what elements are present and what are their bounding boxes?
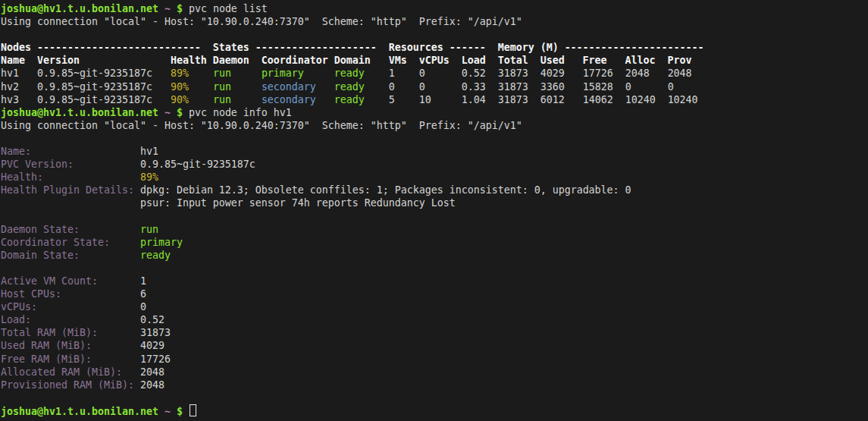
terminal-line xyxy=(1,28,868,41)
text-run xyxy=(80,250,140,261)
text-run: 0.9.85~git-9235187c xyxy=(140,159,255,170)
terminal-screen[interactable]: joshua@hv1.t.u.bonilan.net ~ $ pvc node … xyxy=(0,0,868,421)
text-run: secondary xyxy=(262,81,316,93)
terminal-line: hv3 0.9.85~git-9235187c 90% run secondar… xyxy=(1,93,868,106)
text-run: run xyxy=(213,94,231,105)
text-run: 0.9.85~git-9235187c xyxy=(37,81,171,93)
text-run: hv1 xyxy=(140,146,158,157)
text-run xyxy=(74,159,140,170)
text-run: secondary xyxy=(262,94,316,105)
text-run: Free RAM (MiB): xyxy=(1,353,92,365)
text-run: ~ xyxy=(165,107,171,118)
text-run: $ xyxy=(177,406,183,417)
terminal-cursor[interactable] xyxy=(190,404,196,416)
text-run: Nodes --------------------------- States… xyxy=(1,42,704,53)
terminal-line: Domain State: ready xyxy=(1,249,868,262)
text-run: Allocated RAM (MiB): xyxy=(1,366,122,378)
text-run: ready xyxy=(334,94,365,105)
terminal-line: Daemon State: run xyxy=(1,223,868,236)
text-run: joshua@hv1.t.u.bonilan.net xyxy=(1,107,158,118)
text-run xyxy=(365,94,389,105)
text-run: ready xyxy=(334,81,365,93)
text-run: 90% xyxy=(171,94,189,105)
text-run: run xyxy=(140,224,158,235)
text-run: PVC Version: xyxy=(1,159,74,170)
text-run: 2048 xyxy=(140,379,165,391)
text-run xyxy=(171,107,177,118)
terminal-line: Health Plugin Details: dpkg: Debian 12.3… xyxy=(1,184,868,196)
text-run: Host CPUs: xyxy=(1,288,61,300)
terminal-line: Using connection "local" - Host: "10.90.… xyxy=(1,119,868,132)
text-run: Provisioned RAM (MiB): xyxy=(1,379,134,391)
terminal-line: joshua@hv1.t.u.bonilan.net ~ $ pvc node … xyxy=(1,106,868,119)
text-run xyxy=(171,406,177,417)
text-run xyxy=(92,353,140,365)
text-run xyxy=(98,327,140,338)
text-run: 90% xyxy=(171,81,189,93)
text-run: hv2 xyxy=(1,81,37,93)
terminal-line: vCPUs: 0 xyxy=(1,300,868,313)
terminal-line xyxy=(1,132,868,145)
text-run xyxy=(316,94,334,105)
text-run: Daemon State: xyxy=(1,224,80,235)
text-run: pvc node info hv1 xyxy=(183,107,292,118)
terminal-line: Name Version Health Daemon Coordinator D… xyxy=(1,54,868,67)
text-run: Total RAM (MiB): xyxy=(1,327,98,338)
text-run: 1 0 0.52 31873 4029 17726 2048 2048 xyxy=(389,68,692,79)
text-run: Health Plugin Details: xyxy=(1,184,134,196)
text-run: ready xyxy=(140,250,171,261)
text-run xyxy=(31,314,140,325)
terminal-line xyxy=(1,391,868,404)
text-run xyxy=(189,68,213,79)
text-run: joshua@hv1.t.u.bonilan.net xyxy=(1,406,158,417)
terminal-line: Health: 89% xyxy=(1,171,868,184)
text-run: 89% xyxy=(171,68,189,79)
text-run: Name Version Health Daemon Coordinator D… xyxy=(1,55,692,66)
text-run xyxy=(231,81,262,93)
text-run: Used RAM (MiB): xyxy=(1,340,92,351)
text-run: 89% xyxy=(140,171,158,183)
text-run: vCPUs: xyxy=(1,301,37,313)
text-run: 2048 xyxy=(140,366,165,378)
text-run xyxy=(158,3,165,14)
terminal-line xyxy=(1,210,868,223)
text-run: 0 xyxy=(140,301,146,313)
text-run xyxy=(365,68,389,79)
text-run: 0.52 xyxy=(140,314,165,325)
text-run xyxy=(134,379,140,391)
terminal-line: Name: hv1 xyxy=(1,145,868,158)
text-run: 4029 xyxy=(140,340,165,351)
text-run: 17726 xyxy=(140,353,171,365)
text-run: $ xyxy=(177,3,183,14)
text-run: dpkg: Debian 12.3; Obsolete conffiles: 1… xyxy=(140,184,631,196)
terminal-line: joshua@hv1.t.u.bonilan.net ~ $ xyxy=(1,404,868,417)
terminal-line xyxy=(1,262,868,275)
text-run xyxy=(189,81,213,93)
terminal-line: Coordinator State: primary xyxy=(1,236,868,249)
text-run: Coordinator State: xyxy=(1,237,110,248)
text-run: Active VM Count: xyxy=(1,275,98,287)
text-run: Health: xyxy=(1,171,43,183)
text-run xyxy=(231,68,262,79)
text-run xyxy=(304,68,334,79)
text-run: run xyxy=(213,81,231,93)
terminal-line: Active VM Count: 1 xyxy=(1,275,868,287)
text-run: primary xyxy=(262,68,304,79)
text-run xyxy=(31,146,140,157)
text-run xyxy=(37,301,140,313)
text-run: Using connection "local" - Host: "10.90.… xyxy=(1,16,522,27)
text-run xyxy=(158,406,165,417)
text-run: joshua@hv1.t.u.bonilan.net xyxy=(1,3,158,14)
text-run: ready xyxy=(334,68,365,79)
text-run: 6 xyxy=(140,288,146,300)
text-run xyxy=(231,94,262,105)
text-run: Domain State: xyxy=(1,250,80,261)
text-run: 0.9.85~git-9235187c xyxy=(37,68,171,79)
text-run: primary xyxy=(140,237,183,248)
terminal-line: psur: Input power sensor 74h reports Red… xyxy=(1,196,868,209)
text-run: ~ xyxy=(165,406,171,417)
text-run xyxy=(92,340,140,351)
text-run xyxy=(80,224,140,235)
terminal-line: hv2 0.9.85~git-9235187c 90% run secondar… xyxy=(1,80,868,93)
text-run xyxy=(43,171,140,183)
